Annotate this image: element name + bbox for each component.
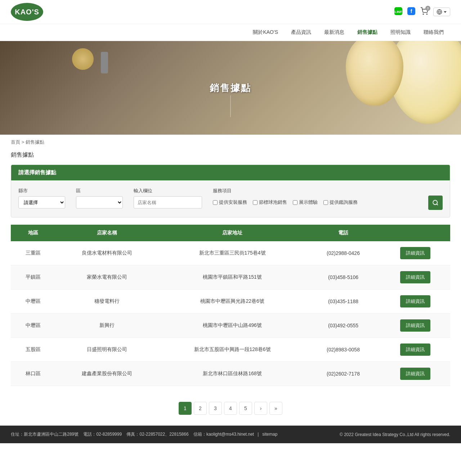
cell-phone: (03)458-5106 xyxy=(306,265,381,289)
checkbox-demo-input[interactable] xyxy=(293,200,297,205)
svg-point-5 xyxy=(426,14,427,14)
page-5-button[interactable]: 5 xyxy=(239,402,252,415)
filter-row: 縣市 請選擇 區 輸入欄位 服務項目 提供安裝服務 節標球泡銷售 展示體驗 提供… xyxy=(18,188,443,210)
svg-line-10 xyxy=(437,204,438,205)
table-row: 林口區 建鑫產業股份有限公司 新北市林口區佳林路168號 (02)2602-71… xyxy=(11,362,450,386)
line-icon-button[interactable]: LINE xyxy=(394,7,402,17)
checkbox-install[interactable]: 提供安裝服務 xyxy=(213,199,247,206)
service-label: 服務項目 xyxy=(213,188,358,194)
cell-name: 良億水電材料有限公司 xyxy=(55,241,158,265)
input-filter: 輸入欄位 xyxy=(134,188,202,208)
facebook-icon-button[interactable]: f xyxy=(407,7,415,17)
search-button[interactable] xyxy=(428,196,443,210)
detail-button[interactable]: 詳細資訊 xyxy=(400,319,430,332)
checkbox-consult[interactable]: 提供鑑詢服務 xyxy=(323,199,358,206)
detail-button[interactable]: 詳細資訊 xyxy=(400,295,430,307)
footer-email: 信箱：kaolight@ms43.hinet.net xyxy=(193,432,254,437)
page-4-button[interactable]: 4 xyxy=(224,402,237,415)
checkbox-demo[interactable]: 展示體驗 xyxy=(293,199,318,206)
table-row: 五股區 日盛照明有限公司 新北市五股區中興路一段128巷6號 (02)8983-… xyxy=(11,338,450,362)
table-body: 三重區 良億水電材料有限公司 新北市三重區三民街175巷4號 (02)2988-… xyxy=(11,241,450,386)
detail-button[interactable]: 詳細資訊 xyxy=(400,247,430,259)
cart-badge: 0 xyxy=(425,6,430,11)
logo-text: KAO'S xyxy=(15,8,39,16)
nav-locations[interactable]: 銷售據點 xyxy=(351,24,384,41)
footer: 住址：新北市蘆洲區中山二路289號 電話：02-82859999 傳真：02-2… xyxy=(0,426,461,443)
cell-action: 詳細資訊 xyxy=(380,289,450,314)
cell-action: 詳細資訊 xyxy=(380,362,450,386)
cell-address: 桃園市中壢區興光路22巷6號 xyxy=(159,289,306,314)
page-1-button[interactable]: 1 xyxy=(179,402,192,415)
footer-phone: 電話：02-82859999 xyxy=(83,432,122,437)
cell-phone: (02)2988-0426 xyxy=(306,241,381,265)
county-select[interactable]: 請選擇 xyxy=(18,196,65,208)
logo[interactable]: KAO'S xyxy=(11,3,43,21)
checkbox-bulb[interactable]: 節標球泡銷售 xyxy=(253,199,287,206)
svg-text:f: f xyxy=(411,8,412,14)
checkbox-install-input[interactable] xyxy=(213,200,218,205)
breadcrumb-home[interactable]: 首頁 xyxy=(11,139,20,145)
table-row: 中壢區 新興行 桃園市中壢區中山路496號 (03)492-0555 詳細資訊 xyxy=(11,314,450,338)
footer-info: 住址：新北市蘆洲區中山二路289號 電話：02-82859999 傳真：02-2… xyxy=(11,431,277,437)
footer-sitemap[interactable]: sitemap xyxy=(262,432,277,437)
cart-button[interactable]: 0 xyxy=(420,7,428,17)
nav-news[interactable]: 最新消息 xyxy=(318,24,351,41)
checkbox-bulb-input[interactable] xyxy=(253,200,258,205)
page-2-button[interactable]: 2 xyxy=(194,402,207,415)
page-last-button[interactable]: » xyxy=(269,402,282,415)
cell-phone: (03)492-0555 xyxy=(306,314,381,338)
main-nav: 關於KAO'S 產品資訊 最新消息 銷售據點 照明知識 聯絡我們 xyxy=(0,24,461,41)
top-icons: LINE f 0 xyxy=(394,7,450,17)
language-button[interactable] xyxy=(433,8,450,16)
nav-products[interactable]: 產品資訊 xyxy=(285,24,318,41)
th-action xyxy=(380,225,450,241)
nav-about[interactable]: 關於KAO'S xyxy=(246,24,285,41)
cell-district: 林口區 xyxy=(11,362,55,386)
svg-marker-8 xyxy=(444,11,447,13)
checkbox-items: 提供安裝服務 節標球泡銷售 展示體驗 提供鑑詢服務 xyxy=(213,196,358,208)
district-label: 區 xyxy=(76,188,123,194)
district-filter: 區 xyxy=(76,188,123,208)
cell-name: 建鑫產業股份有限公司 xyxy=(55,362,158,386)
detail-button[interactable]: 詳細資訊 xyxy=(400,368,430,380)
filter-title: 請選擇銷售據點 xyxy=(11,165,450,180)
page-3-button[interactable]: 3 xyxy=(209,402,222,415)
hero-title: 銷售據點 xyxy=(210,82,251,94)
page-next-button[interactable]: › xyxy=(254,402,267,415)
nav-knowledge[interactable]: 照明知識 xyxy=(384,24,417,41)
cell-action: 詳細資訊 xyxy=(380,338,450,362)
table-header-row: 地區 店家名稱 店家地址 電話 xyxy=(11,225,450,241)
cell-action: 詳細資訊 xyxy=(380,265,450,289)
nav-contact[interactable]: 聯絡我們 xyxy=(417,24,450,41)
cell-name: 穗發電料行 xyxy=(55,289,158,314)
detail-button[interactable]: 詳細資訊 xyxy=(400,343,430,356)
th-phone: 電話 xyxy=(306,225,381,241)
cell-name: 家榮水電有限公司 xyxy=(55,265,158,289)
input-label: 輸入欄位 xyxy=(134,188,202,194)
table-row: 平鎮區 家榮水電有限公司 桃園市平鎮區和平路151號 (03)458-5106 … xyxy=(11,265,450,289)
store-name-input[interactable] xyxy=(134,196,202,208)
detail-button[interactable]: 詳細資訊 xyxy=(400,271,430,283)
hero-divider-line xyxy=(230,95,231,117)
footer-copyright: © 2022 Greatest Idea Strategy Co.,Ltd Al… xyxy=(340,432,450,437)
cell-phone: (02)8983-0058 xyxy=(306,338,381,362)
cell-address: 新北市五股區中興路一段128巷6號 xyxy=(159,338,306,362)
svg-text:LINE: LINE xyxy=(395,10,402,14)
footer-address: 住址：新北市蘆洲區中山二路289號 xyxy=(11,432,79,437)
cell-district: 三重區 xyxy=(11,241,55,265)
th-address: 店家地址 xyxy=(159,225,306,241)
hero-banner: 銷售據點 xyxy=(0,41,461,135)
page-title-text: 銷售據點 xyxy=(11,152,34,158)
checkbox-consult-input[interactable] xyxy=(323,200,328,205)
breadcrumb-separator: > xyxy=(22,139,24,145)
service-filter: 服務項目 提供安裝服務 節標球泡銷售 展示體驗 提供鑑詢服務 xyxy=(213,188,358,208)
district-select[interactable] xyxy=(76,196,123,208)
light-decoration xyxy=(72,48,94,70)
th-name: 店家名稱 xyxy=(55,225,158,241)
svg-point-9 xyxy=(433,200,437,205)
search-button-area xyxy=(368,188,443,210)
cell-name: 新興行 xyxy=(55,314,158,338)
svg-point-4 xyxy=(423,14,424,14)
filter-section: 請選擇銷售據點 縣市 請選擇 區 輸入欄位 服務項目 提供安裝服務 節標球泡銷售… xyxy=(11,165,450,217)
cell-district: 中壢區 xyxy=(11,314,55,338)
